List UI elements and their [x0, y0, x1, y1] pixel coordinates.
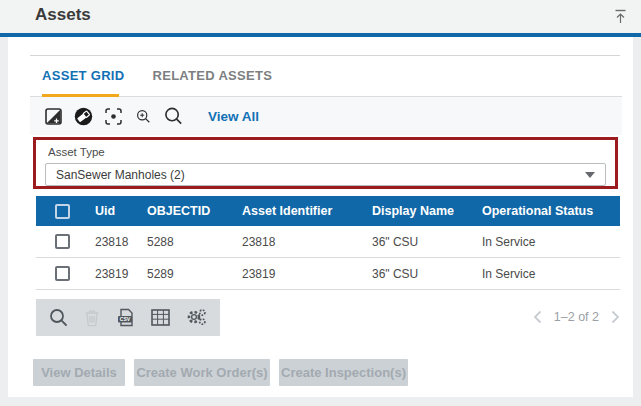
assets-panel: ASSET GRID RELATED ASSETS — [8, 37, 633, 397]
select-area-icon[interactable] — [44, 107, 63, 126]
row-checkbox-cell — [36, 234, 88, 249]
search-icon[interactable] — [49, 308, 68, 327]
grid-toolbar: CSV — [36, 299, 220, 336]
select-all-checkbox[interactable] — [55, 204, 70, 219]
cell-operational-status: In Service — [475, 267, 620, 281]
table-columns-icon[interactable] — [151, 309, 170, 326]
cell-display-name: 36" CSU — [365, 267, 475, 281]
tab-bar: ASSET GRID RELATED ASSETS — [42, 68, 272, 83]
chevron-down-icon — [585, 172, 595, 178]
cell-display-name: 36" CSU — [365, 235, 475, 249]
zoom-in-icon[interactable] — [134, 107, 153, 126]
divider — [30, 55, 620, 56]
create-work-orders-button[interactable]: Create Work Order(s) — [134, 359, 270, 386]
cell-uid: 23818 — [88, 235, 140, 249]
view-all-link[interactable]: View All — [208, 109, 259, 124]
row-checkbox[interactable] — [55, 234, 70, 249]
zoom-to-selection-icon[interactable] — [104, 107, 123, 126]
search-icon[interactable] — [164, 107, 183, 126]
asset-grid-table: Uid OBJECTID Asset Identifier Display Na… — [36, 196, 620, 290]
asset-type-label: Asset Type — [48, 146, 105, 158]
collapse-up-icon — [614, 10, 627, 27]
column-header-display-name: Display Name — [365, 204, 475, 218]
row-checkbox-cell — [36, 266, 88, 281]
cell-objectid: 5288 — [140, 235, 235, 249]
previous-page-button[interactable] — [533, 310, 542, 324]
header-checkbox-cell — [36, 204, 88, 219]
cell-asset-identifier: 23819 — [235, 267, 365, 281]
page-range-label: 1–2 of 2 — [554, 310, 599, 324]
cell-objectid: 5289 — [140, 267, 235, 281]
create-inspections-button[interactable]: Create Inspection(s) — [279, 359, 408, 386]
page-title: Assets — [35, 5, 91, 25]
column-header-asset-identifier: Asset Identifier — [235, 204, 365, 218]
next-page-button[interactable] — [611, 310, 620, 324]
panel-header: Assets — [0, 0, 641, 33]
settings-gears-icon[interactable] — [186, 308, 207, 327]
clear-selection-icon[interactable] — [74, 107, 93, 126]
table-row[interactable]: 23818 5288 23818 36" CSU In Service — [36, 226, 620, 258]
pagination: 1–2 of 2 — [533, 305, 620, 329]
annotation-highlight-box: Asset Type SanSewer Manholes (2) — [33, 137, 618, 189]
cell-uid: 23819 — [88, 267, 140, 281]
column-header-uid: Uid — [88, 204, 140, 218]
column-header-objectid: OBJECTID — [140, 204, 235, 218]
column-header-operational-status: Operational Status — [475, 204, 620, 218]
export-csv-icon[interactable]: CSV — [116, 308, 135, 327]
map-toolbar: View All — [30, 97, 622, 135]
view-details-button[interactable]: View Details — [33, 359, 125, 386]
tab-asset-grid[interactable]: ASSET GRID — [42, 68, 124, 83]
asset-type-select[interactable]: SanSewer Manholes (2) — [45, 163, 606, 186]
cell-operational-status: In Service — [475, 235, 620, 249]
row-checkbox[interactable] — [55, 266, 70, 281]
table-header-row: Uid OBJECTID Asset Identifier Display Na… — [36, 196, 620, 226]
cell-asset-identifier: 23818 — [235, 235, 365, 249]
tab-related-assets[interactable]: RELATED ASSETS — [152, 68, 272, 83]
svg-text:CSV: CSV — [120, 316, 131, 322]
table-row[interactable]: 23819 5289 23819 36" CSU In Service — [36, 258, 620, 290]
collapse-panel-button[interactable] — [614, 9, 630, 25]
asset-type-selected-value: SanSewer Manholes (2) — [56, 168, 185, 182]
trash-icon[interactable] — [84, 309, 100, 327]
